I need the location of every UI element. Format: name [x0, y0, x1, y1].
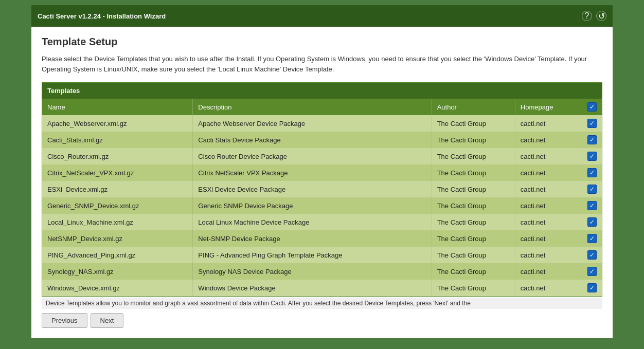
- table-row: Cisco_Router.xml.gzCisco Router Device P…: [42, 148, 602, 164]
- cell-author: The Cacti Group: [432, 263, 515, 280]
- row-checkbox[interactable]: ✓: [587, 119, 597, 128]
- table-body: Apache_Webserver.xml.gzApache Webserver …: [42, 115, 602, 296]
- col-header-description: Description: [193, 99, 432, 115]
- main-container: Cacti Server v1.2.24 - Installation Wiza…: [31, 5, 613, 338]
- content-area: Template Setup Please select the Device …: [31, 27, 613, 338]
- table-row: Generic_SNMP_Device.xml.gzGeneric SNMP D…: [42, 197, 602, 214]
- cell-checkbox[interactable]: ✓: [582, 230, 602, 247]
- cell-name: Cisco_Router.xml.gz: [42, 148, 193, 164]
- cell-name: Synology_NAS.xml.gz: [42, 263, 193, 280]
- cell-name: Generic_SNMP_Device.xml.gz: [42, 197, 193, 214]
- cell-author: The Cacti Group: [432, 197, 515, 214]
- cell-homepage: cacti.net: [515, 214, 582, 230]
- cell-name: Local_Linux_Machine.xml.gz: [42, 214, 193, 230]
- cell-homepage: cacti.net: [515, 148, 582, 164]
- row-checkbox[interactable]: ✓: [587, 267, 597, 276]
- row-checkbox[interactable]: ✓: [587, 283, 597, 292]
- cell-checkbox[interactable]: ✓: [582, 148, 602, 164]
- cell-description: Citrix NetScaler VPX Package: [193, 164, 432, 181]
- cell-author: The Cacti Group: [432, 214, 515, 230]
- help-icon[interactable]: ?: [582, 11, 592, 21]
- col-header-homepage: Homepage: [515, 99, 582, 115]
- cell-name: ESXi_Device.xml.gz: [42, 181, 193, 197]
- cell-homepage: cacti.net: [515, 132, 582, 148]
- row-checkbox[interactable]: ✓: [587, 152, 597, 161]
- cell-author: The Cacti Group: [432, 164, 515, 181]
- row-checkbox[interactable]: ✓: [587, 234, 597, 243]
- templates-section: Templates Name Description Author Homepa…: [42, 82, 602, 297]
- cell-description: Windows Device Package: [193, 280, 432, 296]
- row-checkbox[interactable]: ✓: [587, 250, 597, 260]
- col-header-checkbox[interactable]: ✓: [582, 99, 602, 115]
- page-title: Template Setup: [42, 36, 602, 48]
- cell-homepage: cacti.net: [515, 181, 582, 197]
- table-row: Citrix_NetScaler_VPX.xml.gzCitrix NetSca…: [42, 164, 602, 181]
- cell-name: Apache_Webserver.xml.gz: [42, 115, 193, 132]
- cell-checkbox[interactable]: ✓: [582, 132, 602, 148]
- cell-checkbox[interactable]: ✓: [582, 164, 602, 181]
- cell-author: The Cacti Group: [432, 115, 515, 132]
- cell-author: The Cacti Group: [432, 247, 515, 263]
- col-header-name: Name: [42, 99, 193, 115]
- cell-description: ESXi Device Device Package: [193, 181, 432, 197]
- cell-description: Apache Webserver Device Package: [193, 115, 432, 132]
- table-row: ESXi_Device.xml.gzESXi Device Device Pac…: [42, 181, 602, 197]
- titlebar-icons: ? ↺: [582, 11, 606, 21]
- cell-homepage: cacti.net: [515, 197, 582, 214]
- cell-homepage: cacti.net: [515, 230, 582, 247]
- table-header-row: Name Description Author Homepage ✓: [42, 99, 602, 115]
- cell-author: The Cacti Group: [432, 280, 515, 296]
- cell-homepage: cacti.net: [515, 263, 582, 280]
- bottom-description: Device Templates allow you to monitor an…: [42, 298, 602, 309]
- table-row: Windows_Device.xml.gzWindows Device Pack…: [42, 280, 602, 296]
- table-row: NetSNMP_Device.xml.gzNet-SNMP Device Pac…: [42, 230, 602, 247]
- table-section-header: Templates: [42, 83, 602, 99]
- row-checkbox[interactable]: ✓: [587, 185, 597, 194]
- button-bar: Previous Next: [42, 309, 602, 333]
- description-text: Please select the Device Templates that …: [42, 54, 602, 74]
- titlebar-title: Cacti Server v1.2.24 - Installation Wiza…: [38, 12, 166, 20]
- refresh-icon[interactable]: ↺: [596, 11, 606, 21]
- cell-name: Citrix_NetScaler_VPX.xml.gz: [42, 164, 193, 181]
- row-checkbox[interactable]: ✓: [587, 217, 597, 227]
- cell-homepage: cacti.net: [515, 280, 582, 296]
- cell-checkbox[interactable]: ✓: [582, 247, 602, 263]
- table-row: Local_Linux_Machine.xml.gzLocal Linux Ma…: [42, 214, 602, 230]
- cell-description: PING - Advanced Ping Graph Template Pack…: [193, 247, 432, 263]
- cell-author: The Cacti Group: [432, 230, 515, 247]
- cell-checkbox[interactable]: ✓: [582, 181, 602, 197]
- cell-homepage: cacti.net: [515, 164, 582, 181]
- col-header-author: Author: [432, 99, 515, 115]
- table-row: Apache_Webserver.xml.gzApache Webserver …: [42, 115, 602, 132]
- cell-description: Net-SNMP Device Package: [193, 230, 432, 247]
- cell-author: The Cacti Group: [432, 181, 515, 197]
- cell-homepage: cacti.net: [515, 247, 582, 263]
- cell-name: PING_Advanced_Ping.xml.gz: [42, 247, 193, 263]
- table-row: PING_Advanced_Ping.xml.gzPING - Advanced…: [42, 247, 602, 263]
- titlebar: Cacti Server v1.2.24 - Installation Wiza…: [31, 5, 613, 27]
- row-checkbox[interactable]: ✓: [587, 168, 597, 177]
- cell-checkbox[interactable]: ✓: [582, 197, 602, 214]
- cell-description: Generic SNMP Device Package: [193, 197, 432, 214]
- cell-name: NetSNMP_Device.xml.gz: [42, 230, 193, 247]
- cell-description: Local Linux Machine Device Package: [193, 214, 432, 230]
- cell-checkbox[interactable]: ✓: [582, 115, 602, 132]
- row-checkbox[interactable]: ✓: [587, 201, 597, 210]
- cell-checkbox[interactable]: ✓: [582, 280, 602, 296]
- cell-name: Windows_Device.xml.gz: [42, 280, 193, 296]
- cell-author: The Cacti Group: [432, 132, 515, 148]
- cell-author: The Cacti Group: [432, 148, 515, 164]
- cell-checkbox[interactable]: ✓: [582, 214, 602, 230]
- row-checkbox[interactable]: ✓: [587, 135, 597, 144]
- cell-homepage: cacti.net: [515, 115, 582, 132]
- cell-description: Synology NAS Device Package: [193, 263, 432, 280]
- cell-description: Cacti Stats Device Package: [193, 132, 432, 148]
- select-all-checkbox[interactable]: ✓: [587, 102, 597, 112]
- cell-name: Cacti_Stats.xml.gz: [42, 132, 193, 148]
- cell-checkbox[interactable]: ✓: [582, 263, 602, 280]
- cell-description: Cisco Router Device Package: [193, 148, 432, 164]
- next-button[interactable]: Next: [91, 313, 124, 328]
- previous-button[interactable]: Previous: [42, 313, 87, 328]
- templates-table: Name Description Author Homepage ✓ Apach…: [42, 99, 602, 296]
- table-row: Cacti_Stats.xml.gzCacti Stats Device Pac…: [42, 132, 602, 148]
